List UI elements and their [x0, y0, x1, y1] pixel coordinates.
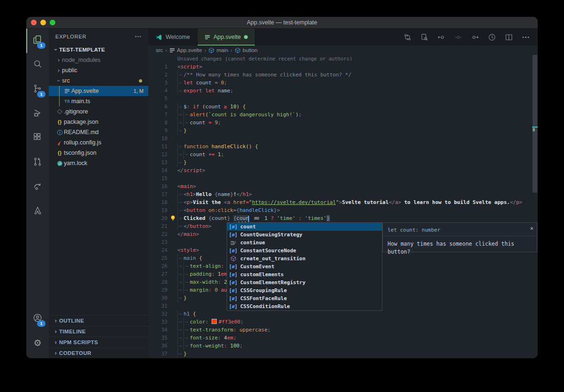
suggestion-item-cssfontfacerule[interactable]: [∅]CSSFontFaceRule	[227, 294, 382, 302]
yarn-icon	[55, 160, 64, 166]
tab-app-svelte[interactable]: App.svelte	[198, 29, 255, 45]
line-number: 26	[148, 262, 177, 270]
scrollbar-slider[interactable]	[533, 55, 537, 193]
open-changes-icon[interactable]	[420, 33, 429, 42]
breadcrumb-item-src[interactable]: src	[156, 47, 163, 53]
tree-item-rollup-config-js[interactable]: rollup.config.js	[49, 137, 148, 148]
activity-bar-item-search[interactable]	[26, 53, 49, 77]
line-number: 9	[148, 127, 177, 135]
activity-bar-item-live-share[interactable]	[26, 175, 49, 199]
suggestion-item-customevent[interactable]: [∅]CustomEvent	[227, 263, 382, 271]
line-number: 36	[148, 342, 177, 350]
run-debug-icon	[32, 108, 43, 120]
tree-item-tsconfig-json[interactable]: {}tsconfig.json	[49, 148, 148, 158]
code-line-16: 16<main>	[148, 182, 538, 190]
tree-item-app-svelte[interactable]: App.svelte1, M	[49, 86, 148, 96]
activity-bar-item-account[interactable]: 1	[26, 307, 49, 331]
code-line-18: 18→<p>Visit the <a href="https://svelte.…	[148, 198, 538, 206]
line-number: 1	[148, 63, 177, 71]
previous-change-icon[interactable]	[437, 33, 446, 42]
tree-item-public[interactable]: ›public	[49, 65, 148, 75]
tree-item--gitignore[interactable]: .gitignore	[49, 106, 148, 117]
code-line-6: 6→$: if (count ≥ 10) {	[148, 103, 538, 111]
activity-bar-item-settings-gear[interactable]: ⚙	[26, 331, 49, 355]
line-number: 7	[148, 111, 177, 119]
activity-bar-item-run-debug[interactable]	[26, 102, 49, 126]
current-change-icon[interactable]	[454, 33, 463, 42]
line-number: 23	[148, 238, 177, 246]
zoom-window-button[interactable]	[50, 20, 55, 25]
file-label: README.md	[64, 129, 99, 136]
chevron-right-icon: ›	[55, 57, 62, 63]
minimize-window-button[interactable]	[40, 20, 46, 25]
suggestion-item-continue[interactable]: continue	[227, 239, 382, 247]
symbol-keyword-icon	[229, 240, 238, 246]
suggestion-item-cssgroupingrule[interactable]: [∅]CSSGroupingRule	[227, 286, 382, 294]
suggestion-item-count[interactable]: [∅]count	[227, 223, 382, 231]
breadcrumb-item-app-svelte[interactable]: App.svelte	[169, 47, 202, 53]
activity-bar-item-pull-request[interactable]	[26, 151, 49, 175]
file-label: App.svelte	[71, 88, 99, 94]
activity-bar-item-extensions[interactable]	[26, 126, 49, 151]
suggestion-item-cssconditionrule[interactable]: [∅]CSSConditionRule	[227, 302, 382, 310]
tree-item-readme-md[interactable]: README.md	[49, 127, 148, 137]
git-status-badge: 1, M	[134, 88, 144, 94]
breadcrumb: src›App.svelte›main›button	[148, 45, 538, 55]
tree-item-src[interactable]: ›src	[49, 75, 148, 86]
close-window-button[interactable]	[31, 20, 37, 25]
code-line-1: 1<script>	[148, 63, 538, 71]
code-line-36: 36→→font-weight: 100;	[148, 342, 538, 350]
more-actions-icon[interactable]	[521, 33, 530, 42]
code-editor[interactable]: Unsaved changes (cannot determine recent…	[148, 55, 538, 358]
close-icon[interactable]: ×	[530, 225, 534, 233]
symbol-variable-icon: [∅]	[229, 231, 238, 239]
suggestion-item-constantsourcenode[interactable]: [∅]ConstantSourceNode	[227, 247, 382, 255]
sidebar-section-codetour[interactable]: ›CODETOUR	[49, 347, 148, 358]
explorer-header: EXPLORER	[55, 34, 86, 39]
code-line-12: 12→→count += 1;	[148, 151, 538, 158]
activity-bar-item-azure[interactable]	[26, 199, 49, 224]
vscode-icon	[155, 34, 162, 41]
sidebar-section-npm-scripts[interactable]: ›NPM SCRIPTS	[49, 337, 148, 347]
line-number: 15	[148, 174, 177, 182]
suggestion-item-create_out_transition[interactable]: create_out_transition	[227, 255, 382, 263]
modified-dot	[139, 79, 142, 83]
breadcrumb-separator: ›	[204, 47, 207, 53]
line-number: 35	[148, 334, 177, 342]
activity-bar-item-files[interactable]: 1	[26, 29, 49, 53]
symbol-variable-icon: [∅]	[229, 271, 238, 279]
tree-item-node-modules[interactable]: ›node_modules	[49, 55, 148, 65]
title-bar[interactable]: App.svelte — test-template	[26, 17, 538, 29]
tab-welcome[interactable]: Welcome	[148, 29, 198, 45]
activity-bar-item-source-control[interactable]: 1	[26, 77, 49, 102]
suggestion-item-customelements[interactable]: [∅]customElements	[227, 271, 382, 279]
suggest-docs-panel: let count: number How many times has som…	[382, 222, 537, 252]
breadcrumb-item-main[interactable]: main	[208, 47, 228, 53]
views-more-actions-icon[interactable]	[134, 33, 142, 40]
file-label: node_modules	[62, 57, 100, 63]
file-label: rollup.config.js	[64, 139, 101, 146]
symbol-variable-icon: [∅]	[229, 223, 238, 231]
tree-item-yarn-lock[interactable]: yarn.lock	[49, 158, 148, 168]
suggest-docs-description: How many times has someone clicked this …	[383, 236, 537, 256]
tree-item-main-ts[interactable]: TSmain.ts	[49, 96, 148, 106]
line-number: 32	[148, 310, 177, 318]
file-label: package.json	[64, 119, 99, 125]
project-root-row[interactable]: › TEST-TEMPLATE	[49, 45, 148, 55]
line-number: 27	[148, 270, 177, 278]
line-number: 11	[148, 143, 177, 151]
suggestion-item-customelementregistry[interactable]: [∅]CustomElementRegistry	[227, 279, 382, 286]
git-compare-icon[interactable]	[403, 33, 412, 42]
line-number: 3	[148, 79, 177, 87]
tree-item-package-json[interactable]: {}package.json	[49, 117, 148, 127]
suggestion-item-countqueuingstrategy[interactable]: [∅]CountQueuingStrategy	[227, 231, 382, 239]
next-change-icon[interactable]	[471, 33, 480, 42]
sidebar-section-timeline[interactable]: ›TIMELINE	[49, 326, 148, 337]
split-editor-icon[interactable]	[504, 33, 513, 42]
sidebar-section-outline[interactable]: ›OUTLINE	[49, 315, 148, 326]
breadcrumb-item-button[interactable]: button	[235, 47, 258, 53]
line-number: 24	[148, 246, 177, 254]
heatmap-icon[interactable]	[488, 33, 496, 42]
extensions-icon	[32, 132, 43, 144]
editor-scrollbar[interactable]	[532, 55, 538, 358]
